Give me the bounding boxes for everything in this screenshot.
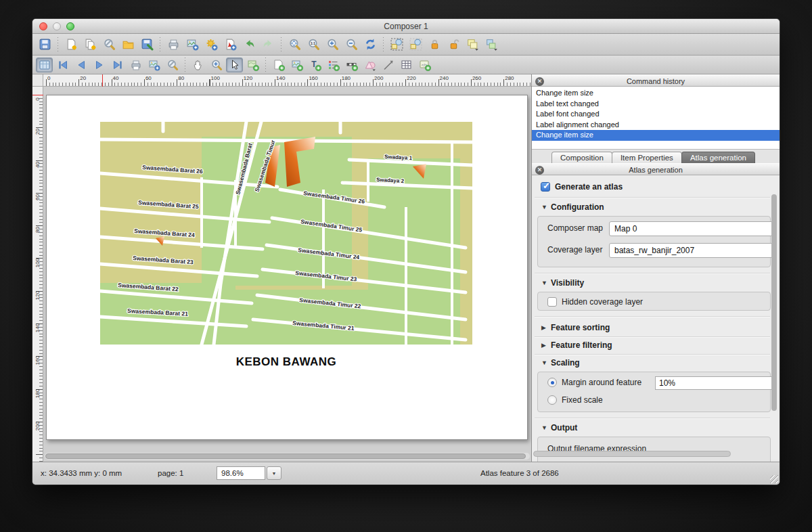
- collapse-arrow-icon[interactable]: ▼: [541, 280, 551, 286]
- panel-vertical-scrollbar[interactable]: [771, 194, 777, 433]
- add-arrow-icon: [382, 59, 394, 71]
- ruler-label: 200: [35, 422, 41, 431]
- load-template-button[interactable]: [119, 37, 137, 53]
- nav-last-icon: [112, 59, 124, 71]
- undo-button[interactable]: [240, 37, 258, 53]
- atlas-previous-feature-button[interactable]: [72, 58, 89, 72]
- pan-tool-button[interactable]: [189, 58, 206, 72]
- print-button[interactable]: [164, 37, 182, 53]
- select-move-item-button[interactable]: [226, 58, 243, 72]
- map-title-label[interactable]: KEBON BAWANG: [100, 355, 472, 369]
- refresh-view-button[interactable]: [361, 37, 379, 53]
- new-composition-button[interactable]: [62, 37, 80, 53]
- print-atlas-button[interactable]: [127, 58, 144, 72]
- ruler-label: 280: [505, 75, 514, 81]
- arrange-items-button[interactable]: [482, 37, 500, 53]
- command-history-list[interactable]: Change item sizeLabel text changedLabel …: [532, 87, 780, 150]
- margin-value-input[interactable]: 10%: [655, 376, 775, 390]
- composer-manager-button[interactable]: [100, 37, 118, 53]
- export-image-button[interactable]: [183, 37, 201, 53]
- title-bar[interactable]: Composer 1: [32, 19, 780, 34]
- add-label-button[interactable]: T: [307, 58, 323, 72]
- add-scalebar-button[interactable]: [343, 58, 360, 72]
- group-items-button[interactable]: [464, 37, 481, 53]
- add-shape-icon: [364, 59, 376, 71]
- hidden-coverage-checkbox[interactable]: [547, 297, 557, 307]
- hidden-coverage-label: Hidden coverage layer: [562, 297, 643, 307]
- redo-button[interactable]: [259, 37, 277, 53]
- add-arrow-button[interactable]: [380, 58, 397, 72]
- select-all-items-button[interactable]: [388, 37, 405, 53]
- zoom-actual-button[interactable]: 1:1: [304, 37, 322, 53]
- expand-arrow-icon[interactable]: ▶: [541, 324, 551, 331]
- ruler-label: 100: [211, 75, 220, 81]
- coverage-layer-select[interactable]: batas_rw_banjir_2007: [609, 243, 775, 258]
- resize-grip[interactable]: [770, 475, 778, 483]
- canvas-horizontal-scrollbar[interactable]: [45, 453, 530, 460]
- close-panel-icon[interactable]: ✕: [535, 166, 544, 175]
- atlas-first-feature-button[interactable]: [54, 58, 71, 72]
- fixed-scale-radio[interactable]: [547, 395, 557, 405]
- panel-horizontal-scrollbar[interactable]: [533, 451, 731, 457]
- scrollbar-thumb[interactable]: [771, 194, 777, 411]
- deselect-all-button[interactable]: [407, 37, 424, 53]
- move-item-content-button[interactable]: [244, 58, 261, 72]
- export-atlas-button[interactable]: [145, 58, 162, 72]
- right-panel: ✕ Command history Change item sizeLabel …: [531, 74, 780, 462]
- save-project-button[interactable]: [36, 37, 53, 53]
- add-image-button[interactable]: [288, 58, 305, 72]
- atlas-last-feature-button[interactable]: [109, 58, 126, 72]
- history-item[interactable]: Label text changed: [532, 99, 780, 110]
- scrollbar-thumb[interactable]: [45, 453, 526, 459]
- zoom-level-value[interactable]: 98.6%: [217, 466, 265, 480]
- history-item[interactable]: Label alignment changed: [532, 120, 780, 131]
- add-new-map-button[interactable]: [270, 58, 287, 72]
- export-svg-button[interactable]: [202, 37, 220, 53]
- lock-items-button[interactable]: [426, 37, 443, 53]
- export-pdf-button[interactable]: [221, 37, 239, 53]
- generate-atlas-checkbox[interactable]: [541, 182, 550, 192]
- atlas-preview-button[interactable]: [36, 58, 53, 72]
- add-table-button[interactable]: [398, 58, 415, 72]
- feature-sorting-label: Feature sorting: [551, 323, 610, 332]
- add-html-button[interactable]: </>: [416, 58, 433, 72]
- undo-icon: [243, 38, 256, 51]
- add-html-icon: </>: [419, 59, 431, 71]
- composer-map-select[interactable]: Map 0: [609, 221, 775, 236]
- cursor-icon: [229, 59, 241, 71]
- save-template-button[interactable]: [138, 37, 156, 53]
- unlock-icon: [447, 38, 460, 51]
- zoom-in-button[interactable]: [323, 37, 341, 53]
- zoom-out-button[interactable]: [342, 37, 360, 53]
- collapse-arrow-icon[interactable]: ▼: [541, 424, 551, 431]
- duplicate-composition-button[interactable]: [81, 37, 99, 53]
- map-item[interactable]: Swasembada Barat 26Swasembada Barat 25Sw…: [100, 122, 472, 345]
- close-panel-icon[interactable]: ✕: [535, 77, 544, 86]
- group-icon: [466, 38, 479, 51]
- tab-atlas-generation[interactable]: Atlas generation: [681, 152, 755, 163]
- ruler-label: 220: [407, 75, 415, 81]
- zoom-dropdown-button[interactable]: ▼: [267, 466, 281, 480]
- tab-item-properties[interactable]: Item Properties: [612, 152, 682, 163]
- margin-around-feature-radio[interactable]: [547, 378, 557, 387]
- collapse-arrow-icon[interactable]: ▼: [541, 204, 551, 210]
- output-group: Output filename expression: [537, 437, 771, 462]
- tab-composition[interactable]: Composition: [551, 152, 612, 163]
- zoom-full-button[interactable]: [286, 37, 303, 53]
- zoom-tool-button[interactable]: [208, 58, 225, 72]
- unlock-all-button[interactable]: [445, 37, 462, 53]
- expand-arrow-icon[interactable]: ▶: [541, 342, 551, 349]
- history-item[interactable]: Change item size: [532, 130, 780, 141]
- image-export-icon: [186, 38, 199, 51]
- history-item[interactable]: Label font changed: [532, 109, 780, 120]
- collapse-arrow-icon[interactable]: ▼: [541, 359, 551, 366]
- atlas-settings-button[interactable]: [164, 58, 181, 72]
- add-shape-button[interactable]: [361, 58, 378, 72]
- composition-canvas[interactable]: Swasembada Barat 26Swasembada Barat 25Sw…: [43, 87, 531, 462]
- atlas-next-feature-button[interactable]: [91, 58, 108, 72]
- composition-page[interactable]: Swasembada Barat 26Swasembada Barat 25Sw…: [46, 95, 528, 440]
- history-item[interactable]: Change item size: [532, 88, 780, 99]
- svg-text:1:1: 1:1: [310, 42, 315, 45]
- add-legend-button[interactable]: [325, 58, 342, 72]
- zoom-level-combo[interactable]: 98.6% ▼: [217, 466, 281, 480]
